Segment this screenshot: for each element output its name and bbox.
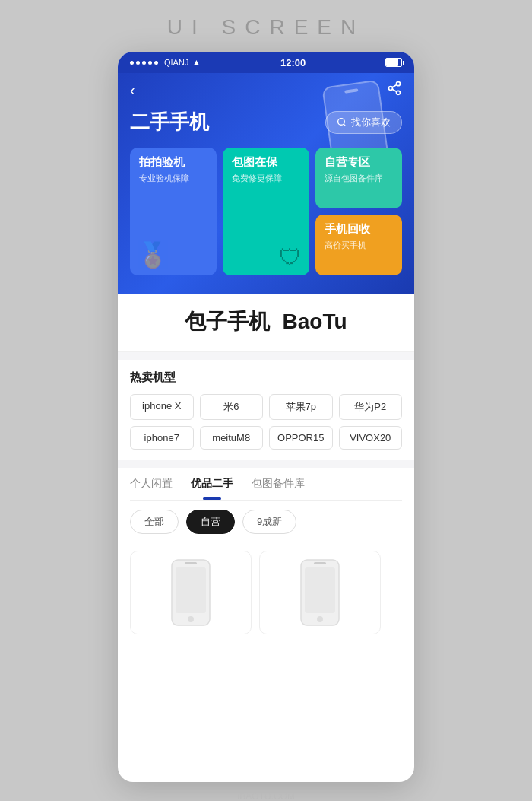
- filter-9new[interactable]: 9成新: [242, 510, 296, 534]
- tab-premium[interactable]: 优品二手: [191, 468, 233, 500]
- status-bar: QIANJ ▲ 12:00: [118, 52, 414, 73]
- filter-row: 全部 自营 9成新: [118, 501, 414, 543]
- content-area: 包子手机 BaoTu 热卖机型 iphone X 米6 苹果7p 华为P2 ip…: [118, 294, 414, 647]
- model-tag-1[interactable]: 米6: [200, 394, 264, 420]
- svg-rect-9: [185, 562, 197, 564]
- hot-models-title: 热卖机型: [130, 370, 402, 385]
- model-tag-6[interactable]: OPPOR15: [269, 426, 333, 450]
- tabs-section: 个人闲置 优品二手 包图备件库: [118, 468, 414, 501]
- hot-models-section: 热卖机型 iphone X 米6 苹果7p 华为P2 iphone7 meitu…: [118, 360, 414, 460]
- battery-icon: [385, 58, 402, 67]
- svg-rect-13: [314, 562, 326, 564]
- ui-screen-label: UI SCREEN: [167, 15, 365, 40]
- page-wrapper: UI SCREEN QIANJ ▲ 12:00: [0, 0, 532, 801]
- card-inspect-title: 拍拍验机: [139, 155, 207, 170]
- filter-all[interactable]: 全部: [130, 510, 179, 534]
- carrier-label: QIANJ: [164, 58, 188, 67]
- card-inspect[interactable]: 拍拍验机 专业验机保障 🏅: [130, 148, 217, 275]
- card-inspect-sub: 专业验机保障: [139, 173, 207, 184]
- wifi-icon: ▲: [192, 57, 201, 68]
- card-recycle[interactable]: 手机回收 高价买手机: [315, 215, 402, 275]
- model-tag-3[interactable]: 华为P2: [339, 394, 403, 420]
- products-row: [118, 543, 414, 647]
- card-recycle-sub: 高价买手机: [325, 240, 393, 251]
- model-tag-7[interactable]: VIVOX20: [339, 426, 403, 450]
- brand-row: 包子手机 BaoTu: [118, 294, 414, 352]
- model-grid: iphone X 米6 苹果7p 华为P2 iphone7 meituM8 OP…: [130, 394, 402, 450]
- model-tag-2[interactable]: 苹果7p: [269, 394, 333, 420]
- signal-dots: [130, 61, 158, 65]
- tab-personal[interactable]: 个人闲置: [130, 468, 173, 500]
- shield-icon: 🛡: [279, 245, 302, 271]
- card-warranty-sub: 免费修更保障: [232, 173, 300, 184]
- card-warranty-title: 包图在保: [232, 155, 300, 170]
- status-left: QIANJ ▲: [130, 57, 201, 68]
- svg-rect-12: [305, 567, 335, 613]
- brand-en: BaoTu: [282, 310, 347, 334]
- model-tag-4[interactable]: iphone7: [130, 426, 194, 450]
- brand-zh: 包子手机: [185, 307, 270, 336]
- tabs-row: 个人闲置 优品二手 包图备件库: [130, 468, 402, 501]
- product-thumb-2[interactable]: [259, 551, 381, 634]
- status-right: [385, 58, 402, 67]
- model-tag-0[interactable]: iphone X: [130, 394, 194, 420]
- filter-selfrun[interactable]: 自营: [186, 510, 235, 534]
- status-time: 12:00: [280, 57, 306, 68]
- model-tag-5[interactable]: meituM8: [200, 426, 264, 450]
- card-warranty[interactable]: 包图在保 免费修更保障 🛡: [223, 148, 309, 275]
- svg-point-14: [317, 616, 323, 622]
- svg-rect-8: [176, 567, 206, 613]
- feature-cards: 拍拍验机 专业验机保障 🏅 包图在保 免费修更保障 🛡 自营专区 源自包图备件库: [130, 148, 402, 275]
- svg-point-10: [188, 616, 194, 622]
- product-thumb-1[interactable]: [130, 551, 252, 634]
- header-area: ‹ 二手手机 找你喜欢: [118, 73, 414, 294]
- tab-parts[interactable]: 包图备件库: [252, 468, 305, 500]
- card-selfrun[interactable]: 自营专区 源自包图备件库: [315, 148, 402, 208]
- page-title: 二手手机: [130, 109, 209, 135]
- card-recycle-title: 手机回收: [325, 222, 393, 237]
- card-selfrun-sub: 源自包图备件库: [325, 173, 393, 184]
- phone-frame: QIANJ ▲ 12:00 ‹: [118, 52, 414, 782]
- back-button[interactable]: ‹: [130, 81, 135, 99]
- card-selfrun-title: 自营专区: [325, 155, 393, 170]
- attribution: IBAOTU.COM: [237, 791, 295, 801]
- medal-icon: 🏅: [138, 240, 168, 269]
